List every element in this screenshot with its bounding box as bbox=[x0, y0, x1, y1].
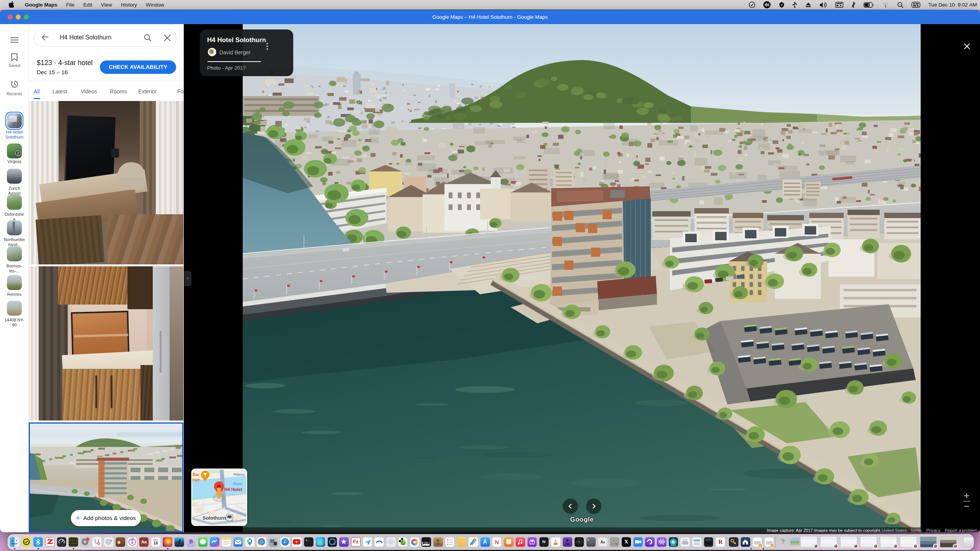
svg-text:Solothurn: Solothurn bbox=[203, 515, 226, 521]
svg-text:Ritterq: Ritterq bbox=[234, 472, 244, 476]
svg-text:Aare: Aare bbox=[234, 481, 242, 486]
svg-text:nge: nge bbox=[192, 477, 200, 482]
svg-text:Bar: Bar bbox=[193, 472, 200, 477]
svg-text:H4 Hotel: H4 Hotel bbox=[224, 487, 242, 492]
